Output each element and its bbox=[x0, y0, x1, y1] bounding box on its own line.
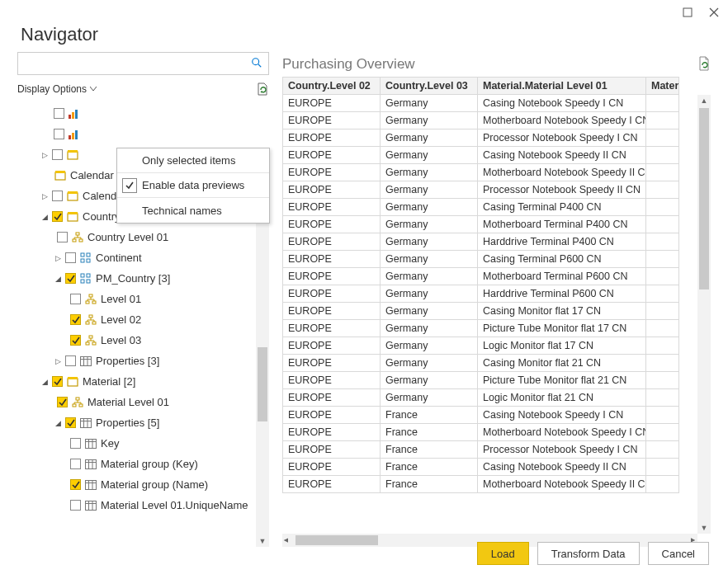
tree-node[interactable] bbox=[17, 103, 269, 124]
table-cell bbox=[646, 459, 679, 476]
collapse-icon[interactable]: ◢ bbox=[40, 378, 49, 386]
scrollbar-thumb[interactable] bbox=[258, 347, 267, 421]
svg-rect-7 bbox=[72, 133, 74, 139]
svg-rect-44 bbox=[73, 404, 76, 407]
svg-rect-62 bbox=[86, 501, 97, 510]
table-cell bbox=[646, 181, 679, 199]
tree-node-matgroup-name[interactable]: Material group (Name) bbox=[17, 474, 269, 495]
expand-icon[interactable]: ▷ bbox=[54, 357, 62, 365]
column-header[interactable]: Country.Level 02 bbox=[283, 78, 381, 95]
svg-rect-50 bbox=[86, 439, 97, 448]
table-row[interactable]: EUROPEFranceProcessor Notebook Speedy I … bbox=[283, 441, 679, 459]
table-cell: EUROPE bbox=[283, 476, 381, 493]
table-row[interactable]: EUROPEGermanyCasing Monitor flat 21 CN bbox=[283, 355, 679, 372]
tree-node-matgroup-key[interactable]: Material group (Key) bbox=[17, 454, 269, 474]
tree-node-country-l01[interactable]: Country Level 01 bbox=[17, 227, 269, 247]
preview-table: Country.Level 02Country.Level 03Material… bbox=[282, 77, 679, 493]
tree-node-material[interactable]: ◢Material [2] bbox=[17, 371, 269, 392]
svg-rect-13 bbox=[68, 193, 78, 200]
tree-node-continent[interactable]: ▷Continent bbox=[17, 247, 269, 268]
table-cell: Germany bbox=[381, 389, 478, 407]
table-header-row: Country.Level 02Country.Level 03Material… bbox=[283, 78, 679, 95]
tree-node-key[interactable]: Key bbox=[17, 433, 269, 454]
table-row[interactable]: EUROPEGermanyHarddrive Terminal P400 CN bbox=[283, 233, 679, 251]
search-input[interactable] bbox=[23, 57, 250, 71]
scroll-down-icon[interactable]: ▼ bbox=[701, 522, 708, 534]
table-row[interactable]: EUROPEGermanyLogic Monitor flat 21 CN bbox=[283, 389, 679, 407]
search-input-wrap[interactable] bbox=[17, 52, 269, 75]
table-cell: France bbox=[381, 459, 478, 476]
tree-node-material-l01[interactable]: Material Level 01 bbox=[17, 392, 269, 412]
table-row[interactable]: EUROPEGermanyCasing Notebook Speedy I CN bbox=[283, 95, 679, 112]
hierarchy-icon bbox=[71, 396, 84, 409]
tree-node-properties5[interactable]: ◢Properties [5] bbox=[17, 412, 269, 433]
expand-icon[interactable]: ▷ bbox=[40, 151, 49, 159]
display-options-menu: Only selected items Enable data previews… bbox=[116, 148, 270, 224]
menu-enable-previews[interactable]: Enable data previews bbox=[117, 173, 269, 198]
table-row[interactable]: EUROPEGermanyMotherboard Terminal P400 C… bbox=[283, 216, 679, 233]
transform-data-button[interactable]: Transform Data bbox=[537, 542, 640, 565]
table-row[interactable]: EUROPEFranceMotherboard Notebook Speedy … bbox=[283, 424, 679, 441]
table-cell bbox=[646, 112, 679, 129]
tree-label: Level 03 bbox=[101, 334, 141, 346]
collapse-icon[interactable]: ◢ bbox=[54, 275, 62, 283]
preview-refresh-icon[interactable] bbox=[697, 56, 711, 73]
table-cell: Casing Monitor flat 21 CN bbox=[478, 355, 646, 372]
table-row[interactable]: EUROPEFranceCasing Notebook Speedy II CN bbox=[283, 459, 679, 476]
load-button[interactable]: Load bbox=[477, 542, 529, 565]
display-options-button[interactable]: Display Options bbox=[17, 83, 97, 95]
table-row[interactable]: EUROPEGermanyPicture Tube Monitor flat 2… bbox=[283, 372, 679, 389]
tree-node-pm-country[interactable]: ◢PM_Country [3] bbox=[17, 268, 269, 289]
table-row[interactable]: EUROPEGermanyProcessor Notebook Speedy I… bbox=[283, 181, 679, 199]
svg-rect-20 bbox=[81, 253, 84, 257]
cancel-button[interactable]: Cancel bbox=[648, 542, 709, 565]
table-row[interactable]: EUROPEGermanyProcessor Notebook Speedy I… bbox=[283, 129, 679, 147]
scroll-left-icon[interactable]: ▲ bbox=[280, 537, 291, 544]
maximize-icon[interactable] bbox=[681, 6, 694, 19]
table-row[interactable]: EUROPEGermanyPicture Tube Monitor flat 1… bbox=[283, 320, 679, 337]
table-row[interactable]: EUROPEGermanyLogic Monitor flat 17 CN bbox=[283, 337, 679, 355]
table-row[interactable]: EUROPEGermanyMotherboard Notebook Speedy… bbox=[283, 164, 679, 181]
scroll-down-icon[interactable]: ▼ bbox=[259, 535, 267, 547]
table-row[interactable]: EUROPEGermanyCasing Notebook Speedy II C… bbox=[283, 147, 679, 164]
table-row[interactable]: EUROPEGermanyCasing Terminal P400 CN bbox=[283, 199, 679, 216]
table-row[interactable]: EUROPEGermanyMotherboard Notebook Speedy… bbox=[283, 112, 679, 129]
close-icon[interactable] bbox=[707, 6, 721, 19]
tree-node-level01[interactable]: Level 01 bbox=[17, 289, 269, 309]
table-cell: France bbox=[381, 476, 478, 493]
expand-icon[interactable]: ▷ bbox=[54, 254, 62, 262]
tree-node-level03[interactable]: Level 03 bbox=[17, 330, 269, 351]
table-row[interactable]: EUROPEFranceMotherboard Notebook Speedy … bbox=[283, 476, 679, 493]
table-cell: EUROPE bbox=[283, 251, 381, 268]
scrollbar-thumb[interactable] bbox=[699, 108, 709, 290]
table-row[interactable]: EUROPEGermanyCasing Terminal P600 CN bbox=[283, 251, 679, 268]
expand-icon[interactable]: ▷ bbox=[40, 192, 49, 200]
collapse-icon[interactable]: ◢ bbox=[40, 213, 49, 221]
tree-node[interactable] bbox=[17, 124, 269, 144]
tree-label: Material group (Key) bbox=[101, 458, 198, 470]
table-row[interactable]: EUROPEGermanyMotherboard Terminal P600 C… bbox=[283, 268, 679, 285]
table-row[interactable]: EUROPEFranceCasing Notebook Speedy I CN bbox=[283, 407, 679, 424]
column-header[interactable]: Material bbox=[646, 78, 679, 95]
table-row[interactable]: EUROPEGermanyCasing Monitor flat 17 CN bbox=[283, 303, 679, 320]
scrollbar-thumb[interactable] bbox=[295, 535, 378, 545]
table-row[interactable]: EUROPEGermanyHarddrive Terminal P600 CN bbox=[283, 285, 679, 303]
menu-only-selected[interactable]: Only selected items bbox=[117, 148, 269, 173]
column-header[interactable]: Country.Level 03 bbox=[381, 78, 478, 95]
table-cell bbox=[646, 268, 679, 285]
preview-vscroll[interactable]: ▲ ▼ bbox=[697, 95, 711, 534]
svg-rect-25 bbox=[87, 274, 90, 277]
refresh-icon[interactable] bbox=[256, 82, 269, 96]
scroll-up-icon[interactable]: ▲ bbox=[701, 95, 708, 106]
menu-technical-names[interactable]: Technical names bbox=[117, 198, 269, 223]
tree-node-ml01-unique[interactable]: Material Level 01.UniqueName bbox=[17, 495, 269, 515]
column-header[interactable]: Material.Material Level 01 bbox=[478, 78, 646, 95]
svg-rect-36 bbox=[92, 342, 96, 345]
table-cell: France bbox=[381, 407, 478, 424]
search-icon[interactable] bbox=[250, 57, 263, 71]
table-cell: EUROPE bbox=[283, 112, 381, 129]
tree-node-level02[interactable]: Level 02 bbox=[17, 309, 269, 330]
collapse-icon[interactable]: ◢ bbox=[54, 419, 62, 427]
tree-scrollbar[interactable]: ▲ ▼ bbox=[256, 167, 269, 547]
tree-node-properties3[interactable]: ▷Properties [3] bbox=[17, 351, 269, 371]
